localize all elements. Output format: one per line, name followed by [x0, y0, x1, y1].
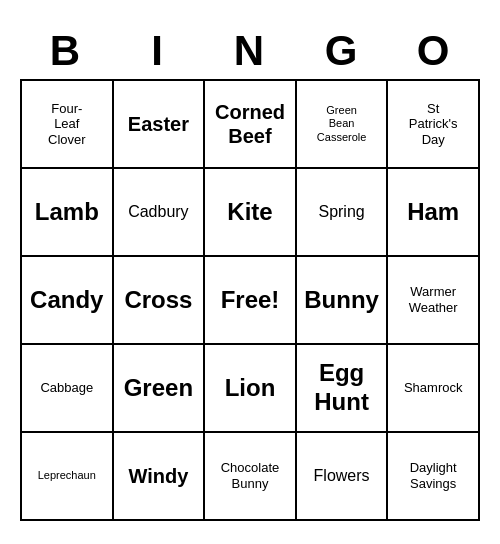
bingo-cell: Green: [114, 345, 206, 433]
bingo-cell: ChocolateBunny: [205, 433, 297, 521]
bingo-letter: G: [296, 23, 388, 79]
bingo-letter: I: [112, 23, 204, 79]
cell-text: DaylightSavings: [410, 460, 457, 491]
cell-text: CornedBeef: [215, 100, 285, 148]
cell-text: Free!: [221, 286, 280, 315]
cell-text: Shamrock: [404, 380, 463, 396]
bingo-cell: WarmerWeather: [388, 257, 480, 345]
cell-text: WarmerWeather: [409, 284, 458, 315]
bingo-cell: DaylightSavings: [388, 433, 480, 521]
cell-text: Cross: [124, 286, 192, 315]
bingo-cell: Spring: [297, 169, 389, 257]
bingo-cell: Shamrock: [388, 345, 480, 433]
cell-text: Cadbury: [128, 202, 188, 221]
cell-text: Spring: [318, 202, 364, 221]
bingo-cell: Cadbury: [114, 169, 206, 257]
bingo-grid: Four-LeafCloverEasterCornedBeefGreenBean…: [20, 79, 480, 521]
cell-text: Cabbage: [40, 380, 93, 396]
bingo-cell: Kite: [205, 169, 297, 257]
bingo-cell: GreenBeanCasserole: [297, 81, 389, 169]
cell-text: Lamb: [35, 198, 99, 227]
bingo-cell: Free!: [205, 257, 297, 345]
bingo-cell: Bunny: [297, 257, 389, 345]
bingo-cell: Easter: [114, 81, 206, 169]
bingo-cell: Lamb: [22, 169, 114, 257]
bingo-letter: O: [388, 23, 480, 79]
bingo-cell: Leprechaun: [22, 433, 114, 521]
cell-text: Four-LeafClover: [48, 101, 86, 148]
cell-text: Ham: [407, 198, 459, 227]
cell-text: EggHunt: [314, 359, 369, 417]
cell-text: ChocolateBunny: [221, 460, 280, 491]
bingo-cell: Ham: [388, 169, 480, 257]
bingo-card: BINGO Four-LeafCloverEasterCornedBeefGre…: [10, 13, 490, 531]
bingo-cell: CornedBeef: [205, 81, 297, 169]
cell-text: StPatrick'sDay: [409, 101, 458, 148]
cell-text: Bunny: [304, 286, 379, 315]
bingo-cell: Lion: [205, 345, 297, 433]
cell-text: Green: [124, 374, 193, 403]
cell-text: Leprechaun: [38, 469, 96, 482]
cell-text: Candy: [30, 286, 103, 315]
bingo-cell: StPatrick'sDay: [388, 81, 480, 169]
bingo-cell: Flowers: [297, 433, 389, 521]
bingo-cell: Windy: [114, 433, 206, 521]
cell-text: Easter: [128, 112, 189, 136]
bingo-cell: Four-LeafClover: [22, 81, 114, 169]
cell-text: Flowers: [314, 466, 370, 485]
bingo-cell: EggHunt: [297, 345, 389, 433]
cell-text: Windy: [128, 464, 188, 488]
bingo-header: BINGO: [20, 23, 480, 79]
cell-text: Lion: [225, 374, 276, 403]
bingo-letter: N: [204, 23, 296, 79]
bingo-cell: Candy: [22, 257, 114, 345]
cell-text: Kite: [227, 198, 272, 227]
bingo-cell: Cross: [114, 257, 206, 345]
bingo-letter: B: [20, 23, 112, 79]
cell-text: GreenBeanCasserole: [317, 104, 367, 144]
bingo-cell: Cabbage: [22, 345, 114, 433]
